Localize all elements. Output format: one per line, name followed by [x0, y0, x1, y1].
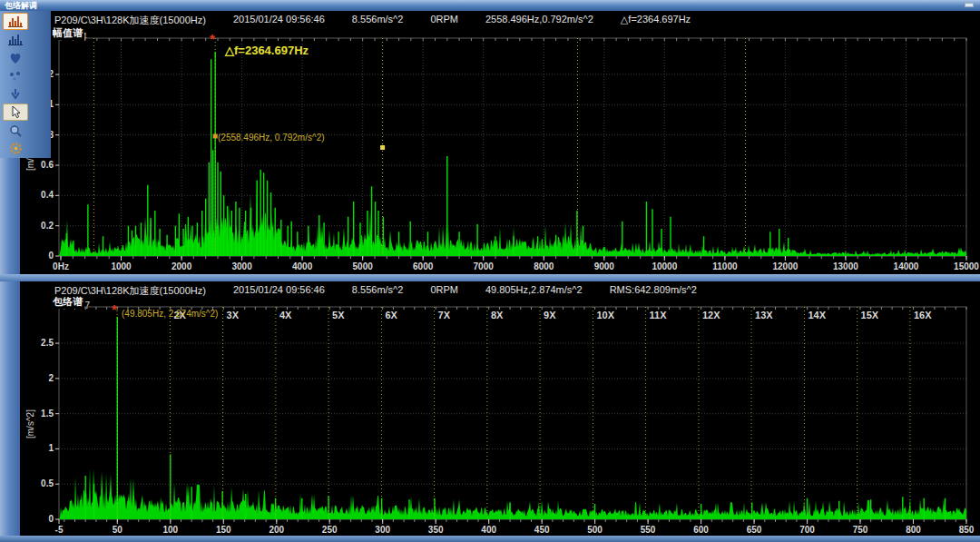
- left-toolbar: [0, 11, 51, 158]
- title-bar: 包络解调: [0, 0, 980, 11]
- header-field: △f=2364.697Hz: [621, 14, 691, 27]
- bottom-chart-header: P209/C\3H\128K加速度(15000Hz)2015/01/24 09:…: [54, 284, 697, 298]
- arrow-down-icon[interactable]: [3, 85, 28, 103]
- scatter-points-icon[interactable]: [3, 67, 28, 84]
- amplitude-spectrum-icon[interactable]: [3, 13, 28, 30]
- magnifier-glyph: [9, 124, 23, 137]
- header-field: 49.805Hz,2.874m/s^2: [485, 284, 583, 298]
- heart-icon[interactable]: [3, 49, 28, 66]
- envelope-spectrum-plot[interactable]: [59, 307, 966, 519]
- gear-glyph: [9, 142, 23, 155]
- header-field: 2558.496Hz,0.792m/s^2: [485, 14, 593, 27]
- bar-chart-blue-glyph: [7, 34, 24, 46]
- amplitude-spectrum-plot[interactable]: [59, 38, 966, 256]
- app-window: 包络解调 P209/C\3H\128K加速度(15000Hz)2015/01/2…: [0, 0, 980, 542]
- bar-chart-glyph: [7, 15, 24, 28]
- panel-divider: [0, 274, 980, 281]
- arrow-down-glyph: [8, 88, 23, 100]
- header-field: 2015/01/24 09:56:46: [233, 284, 325, 298]
- bottom-peak-cursor-marker: *: [112, 305, 117, 314]
- zoom-icon[interactable]: [3, 122, 28, 139]
- header-field: 2015/01/24 09:56:46: [233, 14, 325, 27]
- header-field: 0RPM: [430, 14, 458, 27]
- top-chart-header: P209/C\3H\128K加速度(15000Hz)2015/01/24 09:…: [54, 14, 691, 27]
- gear-icon[interactable]: [3, 140, 28, 157]
- header-field: 8.556m/s^2: [352, 14, 404, 27]
- window-bottom-border: [0, 536, 980, 542]
- header-field: 8.556m/s^2: [352, 284, 404, 298]
- header-field: P209/C\3H\128K加速度(15000Hz): [54, 14, 206, 27]
- bottom-y-axis-label: [m/s^2]: [25, 409, 35, 439]
- cursor-arrow-icon[interactable]: [3, 103, 28, 121]
- top-peak-cursor-marker: *: [210, 34, 215, 44]
- header-field: 0RPM: [430, 284, 458, 298]
- window-title: 包络解调: [5, 0, 37, 11]
- scatter-glyph: [8, 71, 23, 82]
- cursor-glyph: [9, 105, 22, 119]
- minimize-button[interactable]: [965, 3, 974, 7]
- header-field: RMS:642.809m/s^2: [610, 284, 697, 298]
- heart-glyph: [8, 52, 23, 64]
- spectrum-list-icon[interactable]: [3, 31, 28, 48]
